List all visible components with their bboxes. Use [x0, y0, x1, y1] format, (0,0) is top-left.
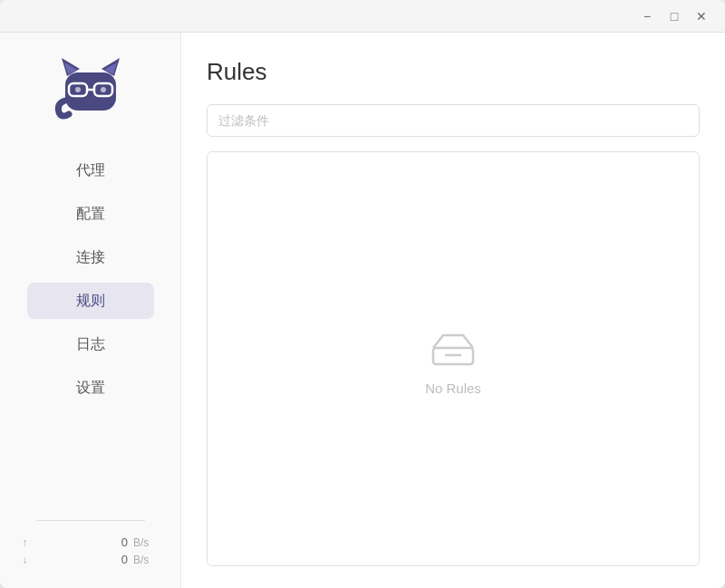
no-rules-text: No Rules — [425, 381, 481, 396]
page-title: Rules — [207, 58, 700, 86]
maximize-button[interactable]: □ — [662, 4, 687, 29]
download-value: 0 — [33, 553, 128, 566]
sidebar-item-rules[interactable]: 规则 — [27, 283, 154, 319]
upload-arrow-icon: ↑ — [22, 536, 27, 549]
svg-point-9 — [101, 87, 106, 92]
svg-point-8 — [75, 87, 81, 92]
app-window: − □ ✕ — [0, 0, 725, 588]
stats-area: ↑ 0 B/s ↓ 0 B/s — [0, 528, 180, 574]
titlebar: − □ ✕ — [0, 0, 725, 33]
sidebar-item-config[interactable]: 配置 — [27, 196, 154, 232]
cat-logo-icon — [54, 51, 127, 123]
main-layout: 代理 配置 连接 规则 日志 设置 — [0, 33, 725, 588]
sidebar-item-connection[interactable]: 连接 — [27, 239, 154, 275]
no-rules-icon — [430, 323, 477, 370]
upload-value: 0 — [33, 535, 128, 549]
upload-stat: ↑ 0 B/s — [22, 535, 159, 549]
logo-area — [54, 51, 127, 130]
minimize-button[interactable]: − — [634, 4, 660, 29]
filter-input[interactable] — [207, 104, 700, 137]
download-stat: ↓ 0 B/s — [22, 553, 159, 566]
sidebar-item-settings[interactable]: 设置 — [27, 370, 154, 406]
nav-items: 代理 配置 连接 规则 日志 设置 — [0, 152, 180, 513]
filter-input-wrap — [207, 104, 700, 137]
sidebar: 代理 配置 连接 规则 日志 设置 — [0, 33, 181, 588]
rules-area: No Rules — [207, 151, 700, 566]
sidebar-divider — [36, 520, 145, 521]
download-arrow-icon: ↓ — [22, 554, 27, 566]
download-unit: B/s — [133, 554, 159, 566]
sidebar-item-proxy[interactable]: 代理 — [27, 152, 154, 188]
content-area: Rules No Rules — [181, 33, 725, 588]
sidebar-item-logs[interactable]: 日志 — [27, 326, 154, 362]
svg-rect-0 — [65, 72, 116, 111]
close-button[interactable]: ✕ — [689, 4, 714, 29]
upload-unit: B/s — [133, 536, 159, 549]
